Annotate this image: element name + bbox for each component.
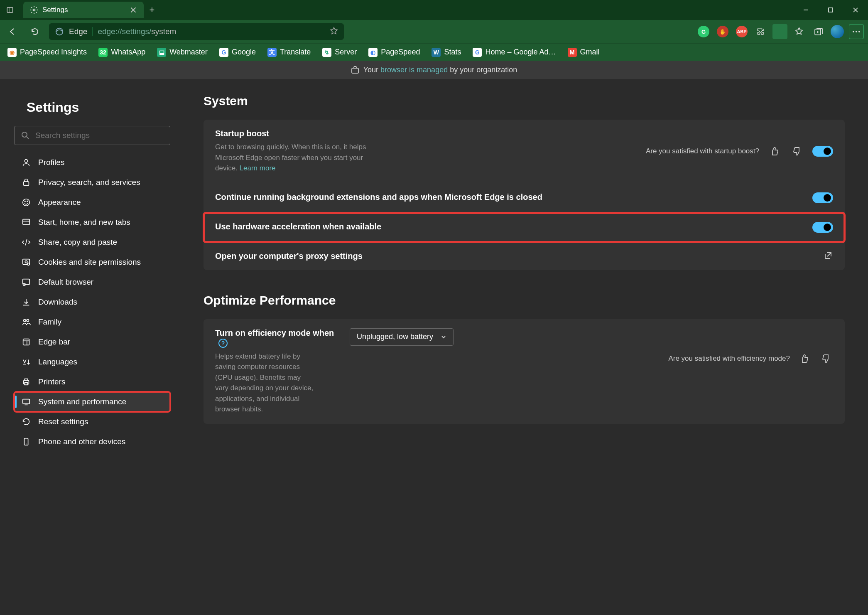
sidebar-item-reset-settings[interactable]: Reset settings [14,412,170,432]
svg-point-12 [856,31,857,32]
svg-point-15 [22,132,27,137]
startup-toggle[interactable] [812,146,833,157]
close-button[interactable] [843,0,868,20]
svg-point-21 [27,201,28,202]
startup-thumbs-down[interactable] [790,144,804,158]
row-background-apps: Continue running background extensions a… [204,183,845,213]
svg-point-19 [23,199,30,206]
startup-desc: Get to browsing quickly. When this is on… [215,142,373,174]
sidebar-item-label: Edge bar [38,337,70,347]
bg-title: Continue running background extensions a… [215,192,804,202]
search-settings[interactable] [14,126,170,145]
tab-close-button[interactable] [130,6,137,14]
help-icon[interactable]: ? [218,339,228,348]
ext-ublock[interactable]: ✋ [715,24,730,39]
bookmark-google[interactable]: GGoogle [219,48,256,57]
bookmark-webmaster[interactable]: ⬓Webmaster [157,48,208,57]
sidebar-item-profiles[interactable]: Profiles [14,153,170,172]
bookmarks-bar: ◉PageSpeed Insights 32WhatsApp ⬓Webmaste… [0,43,868,61]
sidebar-item-default-browser[interactable]: Default browser [14,272,170,292]
sidebar-item-label: Share, copy and paste [38,238,117,247]
toolbar: Edge edge://settings/system G ✋ ABP [0,20,868,43]
sidebar-item-phone-and-other-devices[interactable]: Phone and other devices [14,432,170,452]
bookmark-stats[interactable]: WStats [432,48,461,57]
address-bar[interactable]: Edge edge://settings/system [49,23,344,40]
section-title-system: System [204,94,845,108]
tab-settings[interactable]: Settings [23,2,144,18]
sidebar-item-downloads[interactable]: Downloads [14,292,170,312]
profile-button[interactable] [830,24,845,39]
sidebar-item-family[interactable]: Family [14,312,170,332]
sidebar-item-start-home-and-new-tabs[interactable]: Start, home, and new tabs [14,212,170,232]
collections-button[interactable] [811,24,826,39]
search-icon [21,131,29,140]
maximize-button[interactable] [818,0,843,20]
settings-main: System Startup boost Get to browsing qui… [179,79,868,615]
sidebar-item-cookies-and-site-permissions[interactable]: Cookies and site permissions [14,252,170,272]
efficiency-thumbs-down[interactable] [819,352,833,366]
row-startup-boost: Startup boost Get to browsing quickly. W… [204,120,845,183]
nav-icon [22,198,31,207]
bg-toggle[interactable] [812,192,833,203]
sidebar-item-label: Profiles [38,158,64,167]
bookmark-pagespeed2[interactable]: ◐PageSpeed [368,48,420,57]
optimize-card: Turn on efficiency mode when ? Helps ext… [204,319,845,424]
svg-line-16 [27,137,29,139]
extensions-button[interactable] [753,24,768,39]
refresh-button[interactable] [27,23,43,40]
svg-point-13 [858,31,860,32]
bookmark-pagespeed-insights[interactable]: ◉PageSpeed Insights [7,48,87,57]
learn-more-link[interactable]: Learn more [240,164,276,172]
sidebar-item-privacy-search-and-services[interactable]: Privacy, search, and services [14,172,170,192]
sidebar-item-edge-bar[interactable]: Edge bar [14,332,170,352]
sidebar-item-label: Appearance [38,198,81,207]
efficiency-desc: Helps extend battery life by saving comp… [215,351,315,415]
gear-icon [30,6,38,14]
nav-icon [22,178,31,187]
ext-grammarly[interactable]: G [696,24,711,39]
favorite-button[interactable] [330,27,338,37]
sidebar-item-label: Privacy, search, and services [38,178,140,187]
bookmark-gmail[interactable]: MGmail [568,48,600,57]
row-proxy-settings[interactable]: Open your computer's proxy settings [204,242,845,270]
sidebar-item-printers[interactable]: Printers [14,372,170,392]
sidebar-item-label: Phone and other devices [38,437,125,446]
menu-button[interactable] [849,24,864,39]
sidebar-item-appearance[interactable]: Appearance [14,192,170,212]
nav-icon [22,258,31,267]
ext-adblock[interactable]: ABP [734,24,749,39]
sidebar-item-languages[interactable]: Languages [14,352,170,372]
sidebar-item-system-and-performance[interactable]: System and performance [14,392,170,412]
efficiency-thumbs-up[interactable] [797,352,812,366]
svg-point-29 [24,320,26,322]
external-link-icon [824,251,833,261]
settings-sidebar: Settings ProfilesPrivacy, search, and se… [0,79,179,615]
svg-point-25 [25,261,27,263]
new-tab-button[interactable]: + [144,2,160,18]
nav-icon [22,437,31,446]
efficiency-title: Turn on efficiency mode when ? [215,328,340,348]
hw-title: Use hardware acceleration when available [215,222,804,231]
search-input[interactable] [35,131,163,140]
svg-point-17 [25,160,27,162]
startup-feedback-label: Are you satisfied with startup boost? [646,147,759,155]
minimize-button[interactable] [793,0,818,20]
nav-icon [22,377,31,386]
bookmark-translate[interactable]: 文Translate [267,48,311,57]
svg-rect-18 [24,182,29,185]
nav-icon [22,357,31,367]
svg-point-9 [56,28,63,35]
bookmark-google-ads[interactable]: GHome – Google Ad… [473,48,556,57]
tab-actions-button[interactable] [0,0,20,20]
startup-thumbs-up[interactable] [767,144,782,158]
managed-link[interactable]: browser is managed [380,66,448,74]
bookmark-whatsapp[interactable]: 32WhatsApp [98,48,145,57]
hw-toggle[interactable] [812,222,833,233]
section-title-optimize: Optimize Performance [204,293,845,308]
nav-icon [22,337,31,347]
back-button[interactable] [4,23,21,40]
sidebar-item-share-copy-and-paste[interactable]: Share, copy and paste [14,232,170,252]
efficiency-dropdown[interactable]: Unplugged, low battery [350,328,454,346]
favorites-button[interactable] [792,24,807,39]
bookmark-server[interactable]: ↯Server [322,48,357,57]
